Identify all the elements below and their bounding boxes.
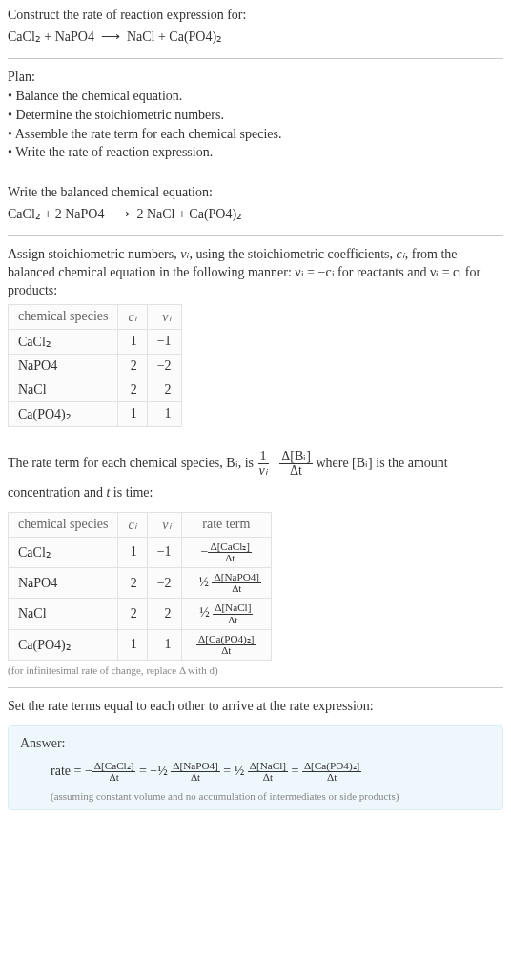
cell-vi: −2 bbox=[147, 354, 181, 378]
stoichiometric-table: chemical species cᵢ νᵢ CaCl₂ 1 −1 NaPO4 … bbox=[8, 304, 182, 427]
cell-vi: 1 bbox=[147, 629, 181, 660]
balanced-rhs: 2 NaCl + Ca(PO4)₂ bbox=[136, 207, 242, 221]
table-header-row: chemical species cᵢ νᵢ rate term bbox=[9, 512, 272, 537]
rate-fraction: Δ[Ca(PO4)₂]Δt bbox=[196, 634, 256, 656]
frac-den: Δt bbox=[288, 464, 304, 478]
rate-term-text: The rate term for each chemical species,… bbox=[8, 449, 503, 508]
rate-lead: ½ bbox=[199, 605, 213, 620]
col-vi: νᵢ bbox=[147, 512, 181, 537]
c-i: cᵢ bbox=[397, 247, 405, 261]
cell-vi: −1 bbox=[147, 329, 181, 354]
neg-half-sign: −½ bbox=[150, 764, 171, 778]
arrow-icon: ⟶ bbox=[111, 207, 130, 221]
cell-ci: 1 bbox=[118, 629, 147, 660]
frac-den: Δt bbox=[189, 772, 202, 783]
equals-sign: = bbox=[292, 764, 302, 778]
cell-ci: 2 bbox=[118, 378, 147, 401]
rate-lead: − bbox=[201, 543, 209, 558]
table-row: NaCl 2 2 ½ Δ[NaCl]Δt bbox=[9, 599, 272, 629]
plan-bullet-3: • Assemble the rate term for each chemic… bbox=[8, 126, 503, 144]
plan-bullet-1: • Balance the chemical equation. bbox=[8, 88, 503, 106]
rate-term-end: is time: bbox=[110, 485, 153, 500]
divider bbox=[8, 174, 503, 174]
plan-bullet-4: • Write the rate of reaction expression. bbox=[8, 144, 503, 162]
table-row: CaCl₂ 1 −1 bbox=[9, 329, 182, 354]
col-species: chemical species bbox=[9, 304, 118, 329]
reaction-rhs: NaCl + Ca(PO4)₂ bbox=[127, 30, 222, 44]
rate-fraction-2: Δ[NaPO4]Δt bbox=[171, 761, 220, 783]
cell-species: NaPO4 bbox=[9, 567, 118, 598]
balanced-lhs: CaCl₂ + 2 NaPO4 bbox=[8, 207, 104, 221]
cell-ci: 2 bbox=[118, 354, 147, 378]
equals-sign: = bbox=[223, 764, 234, 778]
col-ci: cᵢ bbox=[118, 304, 147, 329]
construct-text: Construct the rate of reaction expressio… bbox=[8, 7, 503, 25]
document-page: Construct the rate of reaction expressio… bbox=[0, 0, 511, 829]
answer-box: Answer: rate = −Δ[CaCl₂]Δt = −½ Δ[NaPO4]… bbox=[8, 725, 503, 810]
cell-rate-term: ½ Δ[NaCl]Δt bbox=[181, 599, 272, 629]
cell-ci: 1 bbox=[118, 401, 147, 426]
plan-bullet-2: • Determine the stoichiometric numbers. bbox=[8, 107, 503, 125]
cell-species: CaCl₂ bbox=[9, 537, 118, 567]
rate-expression: rate = −Δ[CaCl₂]Δt = −½ Δ[NaPO4]Δt = ½ Δ… bbox=[51, 757, 491, 786]
set-equal-text: Set the rate terms equal to each other t… bbox=[8, 698, 503, 716]
table-row: NaPO4 2 −2 bbox=[9, 354, 182, 378]
cell-species: NaCl bbox=[9, 599, 118, 629]
balanced-header: Write the balanced chemical equation: bbox=[8, 184, 503, 202]
col-vi: νᵢ bbox=[147, 304, 181, 329]
table-row: NaCl 2 2 bbox=[9, 378, 182, 401]
table-row: Ca(PO4)₂ 1 1 Δ[Ca(PO4)₂]Δt bbox=[9, 629, 272, 660]
cell-rate-term: −½ Δ[NaPO4]Δt bbox=[181, 567, 272, 598]
assign-pre: Assign stoichiometric numbers, bbox=[8, 247, 180, 261]
cell-species: NaPO4 bbox=[9, 354, 118, 378]
cell-rate-term: Δ[Ca(PO4)₂]Δt bbox=[181, 629, 272, 660]
cell-species: Ca(PO4)₂ bbox=[9, 401, 118, 426]
assign-text: Assign stoichiometric numbers, νᵢ, using… bbox=[8, 246, 503, 300]
frac-den: Δt bbox=[325, 772, 338, 783]
cell-rate-term: −Δ[CaCl₂]Δt bbox=[181, 537, 272, 567]
neg-sign: − bbox=[85, 764, 92, 778]
divider bbox=[8, 235, 503, 236]
arrow-icon: ⟶ bbox=[101, 30, 120, 44]
unbalanced-equation: CaCl₂ + NaPO4 ⟶ NaCl + Ca(PO4)₂ bbox=[8, 27, 503, 47]
col-species: chemical species bbox=[9, 512, 118, 537]
rate-fraction: Δ[NaCl]Δt bbox=[213, 602, 253, 624]
cell-ci: 1 bbox=[118, 537, 147, 567]
frac-num: Δ[CaCl₂] bbox=[208, 541, 252, 553]
answer-label: Answer: bbox=[20, 736, 491, 751]
table-row: CaCl₂ 1 −1 −Δ[CaCl₂]Δt bbox=[9, 537, 272, 567]
table-row: Ca(PO4)₂ 1 1 bbox=[9, 401, 182, 426]
frac-den: Δt bbox=[223, 553, 236, 563]
frac-den: Δt bbox=[230, 583, 243, 594]
plan-header: Plan: bbox=[8, 69, 503, 87]
cell-species: Ca(PO4)₂ bbox=[9, 629, 118, 660]
rate-term-pre: The rate term for each chemical species,… bbox=[8, 456, 257, 470]
cell-vi: 1 bbox=[147, 401, 181, 426]
rate-lead: −½ bbox=[192, 575, 213, 589]
divider bbox=[8, 687, 503, 688]
cell-ci: 2 bbox=[118, 567, 147, 598]
reaction-lhs: CaCl₂ + NaPO4 bbox=[8, 30, 94, 44]
cell-species: CaCl₂ bbox=[9, 329, 118, 354]
frac-den: Δt bbox=[219, 645, 233, 656]
rate-fraction-3: Δ[NaCl]Δt bbox=[248, 761, 288, 783]
cell-vi: −1 bbox=[147, 537, 181, 567]
frac-den: Δt bbox=[107, 772, 120, 783]
fraction-1-over-nu: 1 νᵢ bbox=[257, 450, 270, 478]
table-footnote: (for infinitesimal rate of change, repla… bbox=[8, 664, 503, 676]
half-sign: ½ bbox=[235, 764, 248, 778]
rate-fraction-1: Δ[CaCl₂]Δt bbox=[92, 761, 136, 783]
cell-vi: 2 bbox=[147, 599, 181, 629]
frac-num: Δ[Bᵢ] bbox=[279, 450, 313, 464]
col-rate-term: rate term bbox=[181, 512, 272, 537]
table-row: NaPO4 2 −2 −½ Δ[NaPO4]Δt bbox=[9, 567, 272, 598]
table-header-row: chemical species cᵢ νᵢ bbox=[9, 304, 182, 329]
rate-fraction-4: Δ[Ca(PO4)₂]Δt bbox=[302, 761, 361, 783]
col-ci: cᵢ bbox=[118, 512, 147, 537]
frac-num: 1 bbox=[258, 450, 269, 464]
balanced-equation: CaCl₂ + 2 NaPO4 ⟶ 2 NaCl + Ca(PO4)₂ bbox=[8, 204, 503, 224]
cell-species: NaCl bbox=[9, 378, 118, 401]
rate-fraction: Δ[CaCl₂]Δt bbox=[208, 541, 252, 563]
cell-vi: 2 bbox=[147, 378, 181, 401]
cell-ci: 2 bbox=[118, 599, 147, 629]
